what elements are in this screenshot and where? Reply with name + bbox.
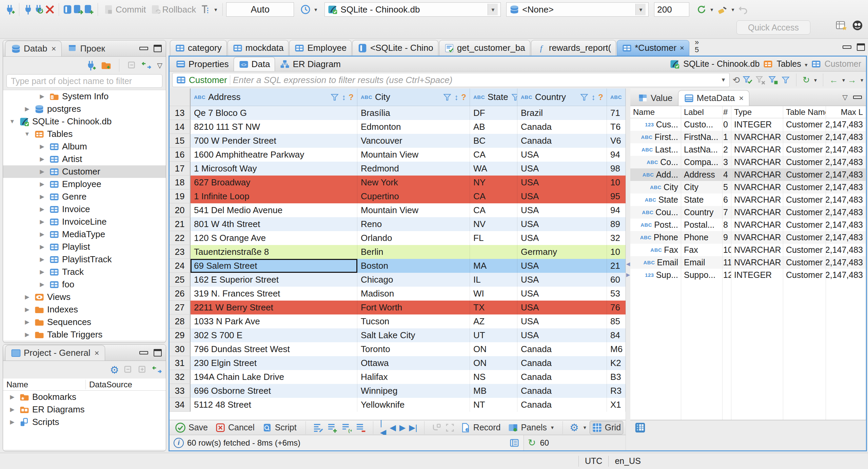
grid-cell[interactable]: Edmonton (357, 120, 470, 134)
link-editor-icon[interactable] (152, 364, 162, 375)
chevron-right-icon[interactable]: ▶ (38, 181, 46, 188)
grid-cell[interactable]: Salt Lake City (357, 328, 470, 342)
grid-cell[interactable]: M6 (607, 342, 626, 356)
grid-cell[interactable]: Fort Worth (357, 301, 470, 314)
grid-cell[interactable]: 1033 N Park Ave (191, 314, 357, 328)
gear-icon[interactable]: ⚙ (570, 422, 579, 433)
grid-cell[interactable]: USA (517, 259, 607, 273)
grid-cell[interactable]: 1 Infinite Loop (191, 189, 357, 203)
next-row-icon[interactable]: ▶ (399, 423, 406, 432)
chevron-right-icon[interactable]: ▶ (38, 231, 46, 238)
maximize-icon[interactable] (154, 45, 162, 52)
data-grid[interactable]: ABCAddress↕?ABCCity↕?ABCState↕?ABCCountr… (170, 88, 626, 420)
grid-cell[interactable]: 89 (607, 217, 626, 231)
grid-cell[interactable]: Toronto (357, 342, 470, 356)
panels-button[interactable]: Panels ▾ (506, 421, 555, 434)
tab-overflow-indicator[interactable]: »5 (695, 39, 699, 56)
transaction-mode-button[interactable]: ▾ (198, 3, 219, 16)
forward-arrow-icon[interactable]: → (848, 75, 856, 85)
row-number[interactable]: 14 (170, 120, 191, 134)
breadcrumb-table[interactable]: Customer (825, 59, 861, 69)
clean-button[interactable]: ▾ (715, 3, 736, 16)
grid-cell[interactable]: USA (517, 314, 607, 328)
gear-icon[interactable]: ⚙ (110, 364, 119, 376)
grid-cell[interactable]: USA (517, 148, 607, 162)
grid-cell[interactable]: 541 Del Medio Avenue (191, 203, 357, 217)
grid-cell[interactable]: USA (517, 217, 607, 231)
grid-cell[interactable]: USA (517, 328, 607, 342)
row-number[interactable]: 19 (170, 189, 191, 203)
new-connection-icon[interactable] (5, 4, 16, 15)
panel-splitter[interactable]: ◀ ▶ (626, 88, 630, 450)
tab-er-diagram[interactable]: ER Diagram (275, 57, 346, 71)
chevron-right-icon[interactable]: ▶ (38, 93, 46, 100)
chevron-right-icon[interactable]: ▶ (23, 306, 32, 313)
table-row[interactable]: 29302 S 700 ESalt Lake CityUTUSA84 (170, 328, 626, 342)
grid-cell[interactable]: Tauentzienstraße 8 (191, 245, 357, 259)
table-row[interactable]: 171 Microsoft WayRedmondWAUSA98 (170, 162, 626, 176)
table-row[interactable]: 23Tauentzienstraße 8BerlinGermany10 (170, 245, 626, 259)
script-button[interactable]: Script (260, 421, 299, 434)
grid-cell[interactable]: 1 Microsoft Way (191, 162, 357, 176)
minimize-icon[interactable] (853, 96, 862, 99)
minimize-icon[interactable] (843, 45, 851, 49)
grid-cell[interactable]: Madison (357, 287, 470, 301)
grid-cell[interactable]: AZ (470, 314, 517, 328)
tree-item-postgres[interactable]: ▶postgres (3, 103, 166, 115)
link-editor-icon[interactable] (141, 60, 152, 71)
commit-mode-combo[interactable]: Auto (226, 2, 294, 17)
grid-cell[interactable]: ON (470, 342, 517, 356)
grid-cell[interactable]: Canada (517, 134, 607, 148)
grid-panel-icon[interactable] (634, 422, 646, 433)
grid-cell[interactable]: B3 (607, 370, 626, 384)
auto-refresh-icon[interactable]: ↻ (803, 75, 810, 85)
grid-cell[interactable]: 32 (607, 231, 626, 245)
tab-data[interactable]: <> Data (234, 57, 275, 71)
table-row[interactable]: 26319 N. Frances StreetMadisonWIUSA53 (170, 287, 626, 301)
metadata-column-type[interactable]: Type (731, 106, 783, 118)
grid-cell[interactable]: Canada (517, 398, 607, 412)
view-menu-icon[interactable]: ▽ (157, 61, 162, 69)
table-row[interactable]: 31230 Elgin StreetOttawaONCanadaK2 (170, 356, 626, 370)
table-row[interactable]: 25162 E Superior StreetChicagoILUSA60 (170, 273, 626, 287)
tree-item-invoice[interactable]: ▶Invoice (3, 203, 166, 216)
active-connection-combo[interactable]: SQLite - Chinook.db ▼ (324, 2, 501, 17)
row-number[interactable]: 30 (170, 342, 191, 356)
grid-cell[interactable]: 302 S 700 E (191, 328, 357, 342)
project-item-scripts[interactable]: ▶Scripts (3, 416, 166, 428)
grid-cell[interactable]: USA (517, 189, 607, 203)
editor-tab--customer[interactable]: *Customer× (617, 40, 689, 56)
grid-cell[interactable]: Orlando (357, 231, 470, 245)
grid-cell[interactable]: 1600 Amphitheatre Parkway (191, 148, 357, 162)
grid-cell[interactable]: 10 (607, 245, 626, 259)
close-icon[interactable]: × (51, 44, 56, 54)
grid-cell[interactable]: MB (470, 384, 517, 398)
grid-cell[interactable]: TX (470, 301, 517, 314)
locale-indicator[interactable]: en_US (608, 456, 647, 467)
grid-cell[interactable]: WI (470, 287, 517, 301)
chevron-right-icon[interactable]: ▶ (38, 193, 46, 200)
grid-cell[interactable]: 60 (607, 273, 626, 287)
collapse-right-icon[interactable]: ▶ (626, 272, 630, 278)
grid-cell[interactable]: Halifax (357, 370, 470, 384)
chevron-right-icon[interactable]: ▶ (23, 319, 32, 326)
grid-cell[interactable]: Brasília (357, 106, 470, 120)
grid-cell[interactable]: V6 (607, 134, 626, 148)
sql-editor-icon[interactable] (62, 4, 73, 15)
grid-cell[interactable]: 69 Salem Street (191, 259, 357, 273)
grid-cell[interactable]: 627 Broadway (191, 176, 357, 189)
metadata-row-custo-[interactable]: 123Cus...Custo...0INTEGERCustomer2,147,4… (630, 118, 866, 131)
grid-cell[interactable]: 10 (607, 176, 626, 189)
row-number[interactable]: 26 (170, 287, 191, 301)
editor-tab-rewards-report-[interactable]: frewards_report( (531, 40, 616, 56)
edit-row-icon[interactable] (313, 422, 323, 433)
column-header-city[interactable]: ABCCity↕? (357, 88, 470, 106)
table-row[interactable]: 22120 S Orange AveOrlandoFLUSA32 (170, 231, 626, 245)
tab-database-navigator[interactable]: Datab × (5, 41, 62, 56)
grid-cell[interactable]: WA (470, 162, 517, 176)
row-number[interactable]: 24 (170, 259, 191, 273)
table-row[interactable]: 15700 W Pender StreetVancouverBCCanadaV6 (170, 134, 626, 148)
table-row[interactable]: 272211 W Berry StreetFort WorthTXUSA76 (170, 301, 626, 314)
last-row-icon[interactable]: ▶| (409, 423, 417, 432)
column-header-state[interactable]: ABCState↕? (470, 88, 517, 106)
